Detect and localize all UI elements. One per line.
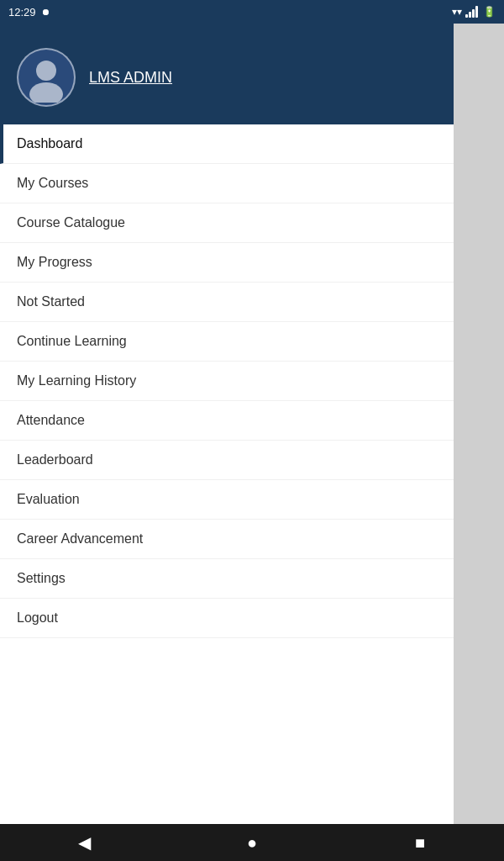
nav-item-logout[interactable]: Logout [0, 599, 454, 638]
nav-item-my-progress[interactable]: My Progress [0, 243, 454, 283]
nav-item-label-course-catalogue: Course Catalogue [17, 215, 125, 230]
wifi-icon: ▾▾ [452, 6, 462, 18]
drawer: LMS ADMIN DashboardMy CoursesCourse Cata… [0, 24, 454, 824]
nav-item-my-learning-history[interactable]: My Learning History [0, 362, 454, 401]
svg-point-0 [36, 61, 56, 81]
username-label[interactable]: LMS ADMIN [89, 69, 172, 87]
nav-list: DashboardMy CoursesCourse CatalogueMy Pr… [0, 124, 454, 824]
nav-item-my-courses[interactable]: My Courses [0, 164, 454, 203]
record-icon: ⏺ [41, 7, 50, 17]
background-overlay [454, 0, 504, 824]
nav-item-attendance[interactable]: Attendance [0, 401, 454, 441]
nav-item-label-evaluation: Evaluation [17, 492, 80, 507]
nav-item-label-career-advancement: Career Advancement [17, 531, 143, 547]
nav-item-label-not-started: Not Started [17, 294, 85, 309]
home-button[interactable]: ● [235, 826, 269, 859]
nav-item-continue-learning[interactable]: Continue Learning [0, 322, 454, 362]
nav-item-label-my-learning-history: My Learning History [17, 373, 136, 388]
battery-icon: 🔋 [483, 6, 496, 18]
recent-apps-button[interactable]: ■ [403, 826, 437, 859]
svg-point-1 [29, 82, 63, 103]
nav-item-label-attendance: Attendance [17, 413, 85, 428]
nav-item-label-continue-learning: Continue Learning [17, 334, 127, 349]
nav-item-leaderboard[interactable]: Leaderboard [0, 441, 454, 480]
avatar[interactable] [17, 48, 76, 107]
signal-icon [465, 6, 478, 18]
nav-item-settings[interactable]: Settings [0, 559, 454, 599]
nav-item-dashboard[interactable]: Dashboard [0, 124, 454, 164]
back-button[interactable]: ◀ [67, 826, 101, 859]
nav-item-evaluation[interactable]: Evaluation [0, 480, 454, 520]
nav-item-label-my-progress: My Progress [17, 255, 92, 270]
nav-item-course-catalogue[interactable]: Course Catalogue [0, 203, 454, 243]
nav-item-label-leaderboard: Leaderboard [17, 452, 93, 467]
nav-item-career-advancement[interactable]: Career Advancement [0, 520, 454, 559]
status-bar-left: 12:29 ⏺ [8, 6, 50, 18]
nav-item-label-logout: Logout [17, 610, 58, 626]
status-bar-right: ▾▾ 🔋 [452, 6, 496, 18]
status-time: 12:29 [8, 6, 36, 18]
nav-item-label-settings: Settings [17, 571, 66, 586]
nav-item-label-my-courses: My Courses [17, 176, 88, 191]
status-bar: 12:29 ⏺ ▾▾ 🔋 [0, 0, 504, 24]
bottom-nav: ◀ ● ■ [0, 824, 504, 861]
nav-item-not-started[interactable]: Not Started [0, 283, 454, 322]
drawer-header: LMS ADMIN [0, 24, 454, 124]
nav-item-label-dashboard: Dashboard [17, 136, 82, 151]
